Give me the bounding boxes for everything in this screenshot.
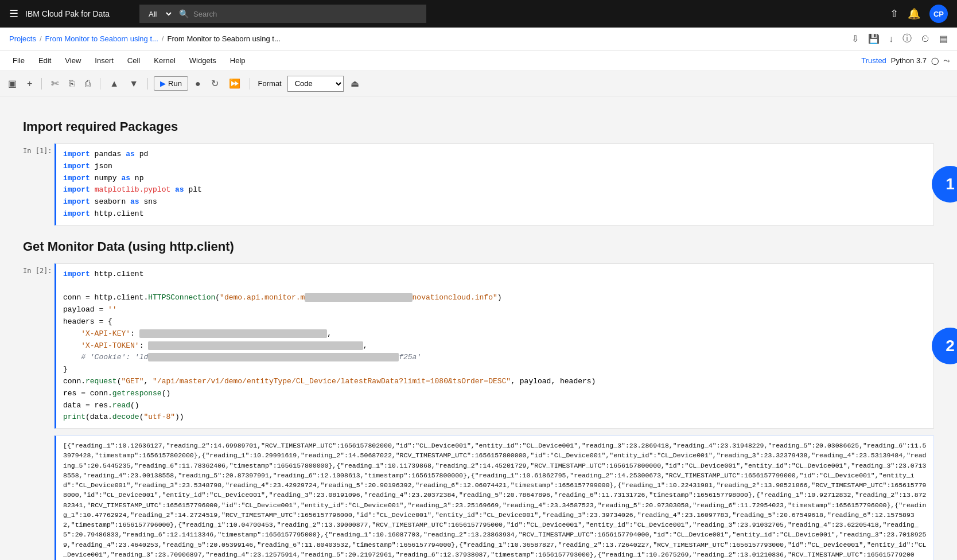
notebook-area: Import required Packages In [1]: import … <box>0 96 957 560</box>
stop-button[interactable]: ● <box>192 76 204 91</box>
share-icon[interactable]: ⇧ <box>890 7 898 20</box>
app-title: IBM Cloud Pak for Data <box>25 9 110 18</box>
breadcrumb-action-icons: ⇩ 💾 ↓ ⓘ ⏲ ▤ <box>851 33 948 45</box>
cell-type-select[interactable]: Code Markdown Raw <box>287 76 344 92</box>
search-icon: 🔍 <box>179 9 189 18</box>
search-scope-select[interactable]: All <box>139 5 173 23</box>
cell1-code[interactable]: import pandas as pd import json import n… <box>55 143 934 225</box>
run-button[interactable]: ▶ Run <box>154 76 188 91</box>
section1-heading: Import required Packages <box>23 119 934 134</box>
restart-run-button[interactable]: ⏩ <box>225 76 244 91</box>
bell-icon[interactable]: 🔔 <box>908 7 920 20</box>
add-cell-button[interactable]: + <box>24 76 36 91</box>
toolbar-sep4 <box>250 78 250 90</box>
menu-edit[interactable]: Edit <box>33 54 57 67</box>
toolbar: ▣ + ✄ ⎘ ⎙ ▲ ▼ ▶ Run ● ↻ ⏩ Format Code Ma… <box>0 71 957 96</box>
top-nav-right-icons: ⇧ 🔔 CP <box>890 5 948 23</box>
format-label: Format <box>256 79 284 88</box>
menu-kernel[interactable]: Kernel <box>148 54 181 67</box>
paste-cell-button[interactable]: ⎙ <box>81 76 94 91</box>
import-kw: import <box>63 150 90 158</box>
breadcrumb: Projects / From Monitor to Seaborn using… <box>9 34 281 43</box>
search-input[interactable] <box>193 10 421 18</box>
menu-view[interactable]: View <box>59 54 87 67</box>
move-down-button[interactable]: ▼ <box>126 76 142 91</box>
cell2-label: In [2]: <box>23 263 55 275</box>
menu-insert[interactable]: Insert <box>89 54 119 67</box>
move-up-button[interactable]: ▲ <box>106 76 122 91</box>
menu-bar: File Edit View Insert Cell Kernel Widget… <box>0 50 957 71</box>
save-button[interactable]: ▣ <box>5 76 20 91</box>
toolbar-sep1 <box>41 78 42 90</box>
trusted-badge: Trusted <box>861 56 886 65</box>
menu-file[interactable]: File <box>7 54 30 67</box>
save-version-icon[interactable]: 💾 <box>868 33 880 44</box>
hamburger-menu-icon[interactable]: ☰ <box>9 7 18 20</box>
toolbar-sep2 <box>100 78 100 90</box>
menu-items: File Edit View Insert Cell Kernel Widget… <box>7 54 251 67</box>
breadcrumb-notebook-link[interactable]: From Monitor to Seaborn using t... <box>45 34 158 43</box>
breadcrumb-bar: Projects / From Monitor to Seaborn using… <box>0 28 957 50</box>
step2-badge: 2 <box>932 328 957 364</box>
menu-right-status: Trusted Python 3.7 ◯ ⤳ <box>861 56 950 65</box>
history-icon[interactable]: ⏲ <box>921 34 930 44</box>
breadcrumb-sep2: / <box>162 34 164 43</box>
toolbar-sep3 <box>147 78 148 90</box>
menu-cell[interactable]: Cell <box>122 54 146 67</box>
restart-button[interactable]: ↻ <box>208 76 222 91</box>
breadcrumb-sep1: / <box>40 34 42 43</box>
cut-cell-button[interactable]: ✄ <box>48 76 62 91</box>
step1-badge: 1 <box>932 166 957 203</box>
search-input-wrap: 🔍 <box>173 5 426 23</box>
copy-cell-button[interactable]: ⎘ <box>65 76 78 91</box>
cell1-label: In [1]: <box>23 143 55 155</box>
breadcrumb-projects-link[interactable]: Projects <box>9 34 36 43</box>
section2-heading: Get Monitor Data (using http.client) <box>23 239 934 254</box>
python-version: Python 3.7 <box>891 56 927 65</box>
avatar[interactable]: CP <box>929 5 948 23</box>
menu-help[interactable]: Help <box>224 54 251 67</box>
cell2-output: [{"reading_1":10.12636127,"reading_2":14… <box>55 435 934 560</box>
breadcrumb-current: From Monitor to Seaborn using t... <box>167 34 280 43</box>
grid-icon[interactable]: ▤ <box>939 33 948 44</box>
cell1-container: In [1]: import pandas as pd import json … <box>23 143 934 225</box>
download-icon[interactable]: ↓ <box>889 34 893 44</box>
info-icon[interactable]: ⓘ <box>902 33 912 45</box>
search-bar: All 🔍 <box>139 5 426 23</box>
cell2-container: In [2]: import http.client conn = http.c… <box>23 263 934 429</box>
top-navigation: ☰ IBM Cloud Pak for Data All 🔍 ⇧ 🔔 CP <box>0 0 957 28</box>
keyboard-shortcuts-button[interactable]: ⏏ <box>347 76 363 91</box>
share-notebook-icon[interactable]: ⇩ <box>851 33 859 44</box>
expand-icon[interactable]: ⤳ <box>943 56 950 65</box>
menu-widgets[interactable]: Widgets <box>184 54 222 67</box>
cell2-code[interactable]: import http.client conn = http.client.HT… <box>55 263 934 429</box>
run-icon: ▶ <box>160 79 166 88</box>
kernel-status-icon: ◯ <box>931 57 939 65</box>
